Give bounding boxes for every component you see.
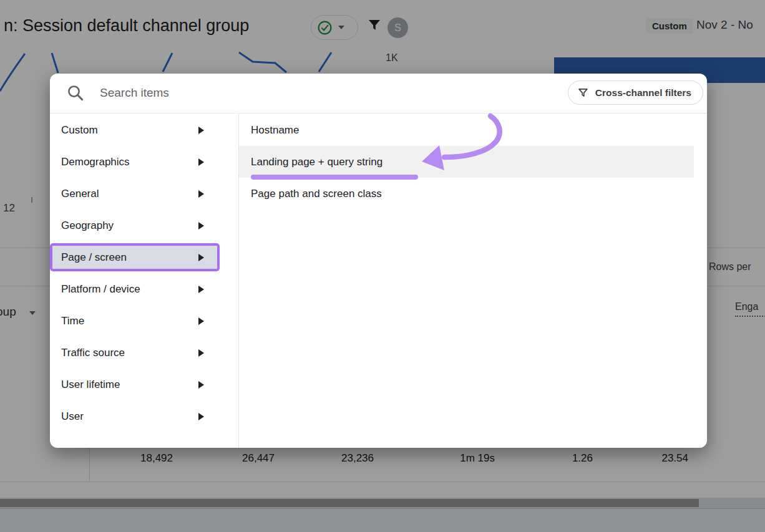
category-geography[interactable]: Geography — [50, 210, 238, 241]
cross-channel-filters-label: Cross-channel filters — [595, 87, 691, 99]
chevron-right-icon — [198, 158, 204, 166]
category-label: User lifetime — [61, 379, 120, 391]
category-label: User — [61, 410, 84, 423]
item-label: Landing page + query string — [251, 156, 382, 168]
item-page-path-screen-class[interactable]: Page path and screen class — [239, 178, 707, 210]
category-platform-device[interactable]: Platform / device — [50, 273, 238, 305]
dimension-picker-dialog: Cross-channel filters Custom Demographic… — [50, 74, 707, 448]
chevron-right-icon — [198, 381, 204, 389]
category-label: Platform / device — [61, 283, 140, 296]
item-landing-page-query-string[interactable]: Landing page + query string — [239, 146, 694, 178]
purple-underline-annotation — [251, 175, 418, 180]
category-label: Traffic source — [61, 347, 125, 359]
search-icon — [66, 84, 85, 102]
item-hostname[interactable]: Hostname — [239, 114, 707, 146]
dialog-body: Custom Demographics General Geography — [50, 114, 707, 448]
category-label: Custom — [61, 124, 98, 137]
category-general[interactable]: General — [50, 178, 238, 210]
chevron-right-icon — [198, 349, 204, 357]
item-label: Hostname — [251, 124, 299, 137]
category-label: Demographics — [61, 156, 130, 168]
dialog-search-row: Cross-channel filters — [50, 74, 707, 113]
screenshot-stage: n: Session default channel group S Custo… — [0, 0, 765, 532]
chevron-right-icon — [198, 127, 204, 134]
category-page-screen[interactable]: Page / screen — [50, 241, 238, 273]
category-demographics[interactable]: Demographics — [50, 146, 238, 178]
chevron-right-icon — [198, 317, 204, 325]
category-label: Page / screen — [61, 251, 127, 264]
category-label: Geography — [61, 220, 114, 232]
category-user-lifetime[interactable]: User lifetime — [50, 369, 238, 400]
chevron-right-icon — [198, 286, 204, 293]
category-label: Time — [61, 315, 84, 327]
filter-funnel-icon — [578, 87, 588, 98]
chevron-right-icon — [198, 222, 204, 230]
chevron-right-icon — [198, 254, 204, 261]
chevron-right-icon — [198, 413, 204, 420]
category-custom[interactable]: Custom — [50, 114, 238, 146]
search-input[interactable] — [100, 80, 487, 106]
category-label: General — [61, 188, 99, 200]
cross-channel-filters-button[interactable]: Cross-channel filters — [568, 80, 703, 105]
category-menu: Custom Demographics General Geography — [50, 114, 239, 448]
item-label: Page path and screen class — [251, 188, 382, 200]
chevron-right-icon — [198, 190, 204, 198]
dimension-list: Hostname Landing page + query string Pag… — [239, 114, 707, 448]
category-traffic-source[interactable]: Traffic source — [50, 337, 238, 369]
category-time[interactable]: Time — [50, 305, 238, 337]
category-user[interactable]: User — [50, 400, 238, 432]
